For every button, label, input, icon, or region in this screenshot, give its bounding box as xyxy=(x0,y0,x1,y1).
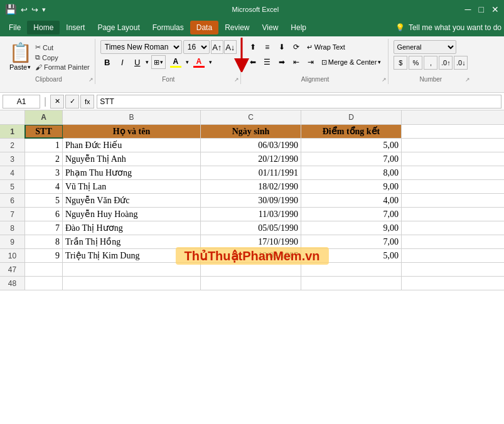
cell-c10[interactable]: 10/09/1987 xyxy=(201,249,301,262)
align-right-button[interactable]: ➡ xyxy=(275,55,289,69)
font-color-button[interactable]: A xyxy=(190,55,208,69)
cell-b48[interactable] xyxy=(63,277,201,290)
menu-file[interactable]: File xyxy=(3,21,27,34)
highlight-dropdown[interactable]: ▾ xyxy=(186,59,189,65)
cell-c3[interactable]: 20/12/1990 xyxy=(201,152,301,166)
comma-button[interactable]: , xyxy=(424,56,437,70)
percent-button[interactable]: % xyxy=(409,56,422,70)
number-format-select[interactable]: General xyxy=(394,40,456,54)
decrease-indent-button[interactable]: ⇤ xyxy=(289,55,303,69)
cell-a10[interactable]: 9 xyxy=(25,249,63,262)
paste-button[interactable]: 📋 Paste ▾ xyxy=(6,40,34,72)
cell-b3[interactable]: Nguyễn Thị Anh xyxy=(63,152,201,166)
cell-c47[interactable] xyxy=(201,263,301,276)
menu-home[interactable]: Home xyxy=(27,21,60,34)
cell-a47[interactable] xyxy=(25,263,63,276)
wrap-text-button[interactable]: ↵ Wrap Text xyxy=(304,41,348,53)
tell-me-box[interactable]: 💡 Tell me what you want to do xyxy=(395,23,501,32)
cell-d1[interactable]: Điểm tổng kết xyxy=(301,125,402,138)
underline-dropdown[interactable]: ▾ xyxy=(146,59,149,65)
menu-help[interactable]: Help xyxy=(284,21,313,34)
cell-c48[interactable] xyxy=(201,277,301,290)
font-size-select[interactable]: 16 xyxy=(183,40,210,54)
underline-button[interactable]: U xyxy=(131,55,144,69)
col-header-a[interactable]: A xyxy=(25,110,63,124)
decrease-decimal-button[interactable]: .0↑ xyxy=(439,56,453,70)
cell-b4[interactable]: Phạm Thu Hương xyxy=(63,166,201,179)
minimize-btn[interactable]: ─ xyxy=(465,4,471,14)
cell-d47[interactable] xyxy=(301,263,402,276)
bold-button[interactable]: B xyxy=(100,55,114,69)
font-expand-icon[interactable]: ↗ xyxy=(234,77,239,83)
cell-d3[interactable]: 7,00 xyxy=(301,152,402,166)
format-painter-button[interactable]: 🖌 Format Painter xyxy=(34,63,91,72)
menu-page-layout[interactable]: Page Layout xyxy=(91,21,146,34)
cancel-formula-button[interactable]: ✕ xyxy=(50,95,64,109)
cell-d9[interactable]: 7,00 xyxy=(301,235,402,248)
paste-dropdown-arrow[interactable]: ▾ xyxy=(28,64,31,70)
merge-center-button[interactable]: ⊡ Merge & Center ▾ xyxy=(318,56,385,68)
borders-button[interactable]: ⊞ ▾ xyxy=(151,55,166,69)
cell-c9[interactable]: 17/10/1990 xyxy=(201,235,301,248)
cell-a3[interactable]: 2 xyxy=(25,152,63,166)
col-header-c[interactable]: C xyxy=(201,110,301,124)
align-top-button[interactable]: ⬆ xyxy=(246,40,260,54)
cell-a4[interactable]: 3 xyxy=(25,166,63,179)
cell-b10[interactable]: Triệu Thị Kim Dung xyxy=(63,249,201,262)
cell-d8[interactable]: 9,00 xyxy=(301,221,402,235)
cell-a8[interactable]: 7 xyxy=(25,221,63,235)
align-bottom-button[interactable]: ⬇ xyxy=(275,40,289,54)
font-name-select[interactable]: Times New Roman xyxy=(100,40,182,54)
cell-b6[interactable]: Nguyễn Văn Đức xyxy=(63,194,201,207)
font-color-dropdown[interactable]: ▾ xyxy=(209,59,212,65)
align-center-button[interactable]: ☰ xyxy=(260,55,274,69)
menu-insert[interactable]: Insert xyxy=(60,21,91,34)
cell-c6[interactable]: 30/09/1990 xyxy=(201,194,301,207)
cell-a2[interactable]: 1 xyxy=(25,139,63,152)
cell-a9[interactable]: 8 xyxy=(25,235,63,248)
alignment-expand-icon[interactable]: ↗ xyxy=(382,77,387,83)
col-header-d[interactable]: D xyxy=(301,110,402,124)
insert-function-button[interactable]: fx xyxy=(80,95,94,109)
copy-button[interactable]: ⧉ Copy xyxy=(34,53,91,62)
align-left-button[interactable]: ⬅ xyxy=(246,55,260,69)
menu-data[interactable]: Data xyxy=(190,21,218,34)
cell-c1[interactable]: Ngày sinh xyxy=(201,125,301,138)
cell-reference-input[interactable]: A1 xyxy=(3,95,40,109)
increase-indent-button[interactable]: ⇥ xyxy=(304,55,318,69)
cell-b47[interactable] xyxy=(63,263,201,276)
cell-b1[interactable]: Họ và tên xyxy=(63,125,201,138)
cell-c5[interactable]: 18/02/1990 xyxy=(201,180,301,193)
cell-b9[interactable]: Trần Thị Hồng xyxy=(63,235,201,248)
increase-decimal-button[interactable]: .0↓ xyxy=(454,56,468,70)
confirm-formula-button[interactable]: ✓ xyxy=(65,95,79,109)
cell-a1[interactable]: STT xyxy=(25,125,63,138)
cell-a5[interactable]: 4 xyxy=(25,180,63,193)
cell-c2[interactable]: 06/03/1990 xyxy=(201,139,301,152)
cell-b8[interactable]: Đào Thị Hương xyxy=(63,221,201,235)
italic-button[interactable]: I xyxy=(115,55,129,69)
cut-button[interactable]: ✂ Cut xyxy=(34,43,91,52)
merge-dropdown[interactable]: ▾ xyxy=(378,59,381,65)
quick-access-more[interactable]: ▾ xyxy=(42,6,46,14)
highlight-color-button[interactable]: A xyxy=(167,55,185,69)
cell-d48[interactable] xyxy=(301,277,402,290)
cell-a48[interactable] xyxy=(25,277,63,290)
cell-d10[interactable]: 5,00 xyxy=(301,249,402,262)
font-size-decrease-button[interactable]: A↓ xyxy=(224,40,237,54)
align-middle-button[interactable]: ≡ xyxy=(260,40,274,54)
cell-a6[interactable]: 5 xyxy=(25,194,63,207)
borders-dropdown[interactable]: ▾ xyxy=(160,59,163,65)
number-expand-icon[interactable]: ↗ xyxy=(465,77,470,83)
close-btn[interactable]: ✕ xyxy=(491,4,499,14)
cell-d6[interactable]: 4,00 xyxy=(301,194,402,207)
cell-d7[interactable]: 7,00 xyxy=(301,208,402,221)
col-header-b[interactable]: B xyxy=(63,110,201,124)
cell-c4[interactable]: 01/11/1991 xyxy=(201,166,301,179)
cell-d2[interactable]: 5,00 xyxy=(301,139,402,152)
cell-b7[interactable]: Nguyễn Huy Hoàng xyxy=(63,208,201,221)
menu-view[interactable]: View xyxy=(256,21,285,34)
cell-d4[interactable]: 8,00 xyxy=(301,166,402,179)
cell-b2[interactable]: Phan Đức Hiếu xyxy=(63,139,201,152)
cell-b5[interactable]: Vũ Thị Lan xyxy=(63,180,201,193)
